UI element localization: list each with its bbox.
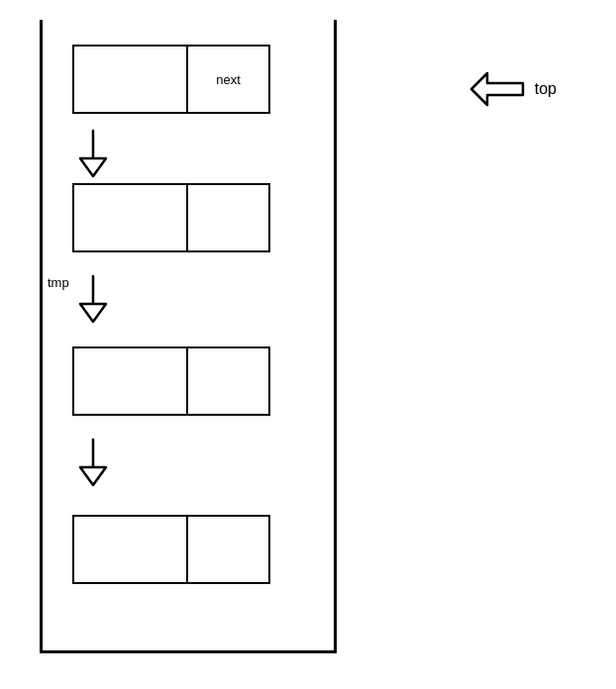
tmp-label: tmp bbox=[48, 275, 69, 290]
node-right-1: next bbox=[188, 47, 268, 112]
top-area: top bbox=[467, 69, 557, 109]
node-left-1 bbox=[74, 47, 188, 112]
next-label: next bbox=[216, 72, 241, 87]
svg-marker-3 bbox=[471, 73, 523, 105]
arrow-down-2 bbox=[72, 272, 114, 324]
node-row-3 bbox=[72, 346, 270, 416]
svg-marker-0 bbox=[80, 131, 106, 176]
node-box-1: next bbox=[72, 45, 270, 114]
node-row-2 bbox=[72, 183, 270, 252]
node-right-3 bbox=[188, 348, 268, 414]
node-left-2 bbox=[74, 185, 188, 250]
top-arrow-icon bbox=[467, 69, 527, 109]
arrow-down-3 bbox=[72, 436, 114, 487]
node-box-4 bbox=[72, 515, 270, 584]
node-right-2 bbox=[188, 185, 268, 250]
node-left-4 bbox=[74, 517, 188, 582]
svg-marker-2 bbox=[80, 440, 106, 485]
node-row-1: next bbox=[72, 45, 270, 114]
node-box-3 bbox=[72, 346, 270, 416]
top-label: top bbox=[535, 80, 557, 98]
node-left-3 bbox=[74, 348, 188, 414]
node-row-4 bbox=[72, 515, 270, 584]
node-box-2 bbox=[72, 183, 270, 252]
svg-marker-1 bbox=[80, 276, 106, 322]
arrow-down-1 bbox=[72, 127, 114, 178]
main-container: next tmp bbox=[40, 20, 337, 653]
node-right-4 bbox=[188, 517, 268, 582]
